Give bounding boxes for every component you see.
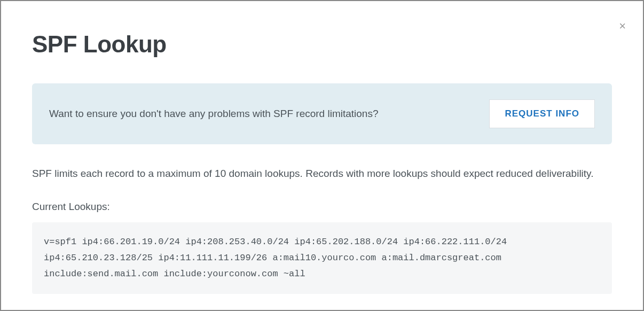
current-lookups-label: Current Lookups: bbox=[32, 201, 612, 213]
spf-record-code: v=spf1 ip4:66.201.19.0/24 ip4:208.253.40… bbox=[32, 222, 612, 293]
info-banner-text: Want to ensure you don't have any proble… bbox=[49, 108, 379, 120]
request-info-button[interactable]: REQUEST INFO bbox=[489, 99, 595, 128]
spf-lookup-modal: × SPF Lookup Want to ensure you don't ha… bbox=[1, 1, 643, 311]
info-banner: Want to ensure you don't have any proble… bbox=[32, 83, 612, 144]
close-icon[interactable]: × bbox=[619, 20, 626, 32]
spf-description: SPF limits each record to a maximum of 1… bbox=[32, 166, 612, 182]
page-title: SPF Lookup bbox=[32, 31, 612, 58]
